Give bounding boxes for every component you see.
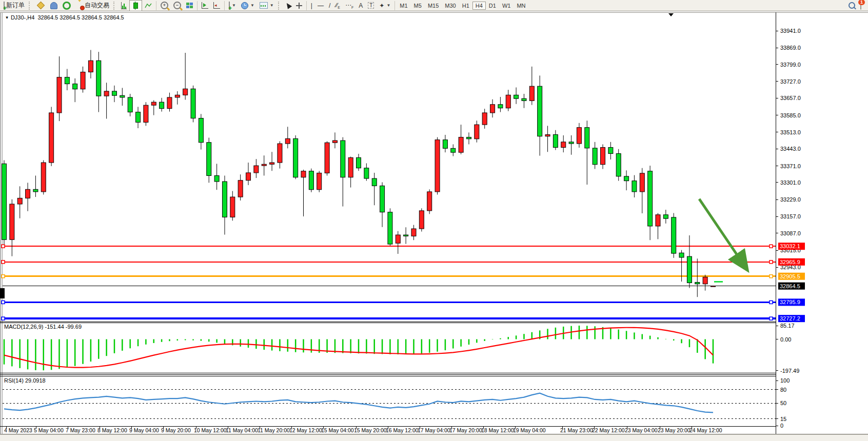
zoom-out-icon: − — [173, 2, 181, 9]
chart-shift-icon: ◂ — [213, 2, 220, 9]
timeframe-button-m15[interactable]: M15 — [425, 2, 442, 10]
timeframe-button-h4[interactable]: H4 — [472, 2, 486, 10]
horizontal-line-button[interactable]: — — [315, 0, 326, 11]
autotrade-label: 自动交易 — [85, 1, 109, 10]
current-bar-marker — [714, 281, 723, 283]
ticket-icon — [37, 2, 45, 10]
crosshair-button[interactable] — [293, 0, 305, 11]
bar-chart-button[interactable] — [119, 0, 129, 11]
window-bottom-strip — [0, 434, 868, 441]
trendline-button[interactable]: / — [326, 0, 333, 11]
svg-text:33869.0: 33869.0 — [780, 45, 801, 51]
arrows-icon: ✦ — [379, 2, 384, 9]
text-label-button[interactable]: T — [365, 0, 377, 11]
svg-text:0.00: 0.00 — [780, 336, 791, 343]
toolbar-grip — [113, 2, 117, 10]
svg-text:12 May 12:00: 12 May 12:00 — [289, 427, 322, 433]
svg-text:10 May 12:00: 10 May 12:00 — [194, 427, 227, 433]
chart-menu-triangle-icon[interactable]: ▼ — [5, 15, 9, 19]
toolbar: + 新订单 自动交易 + − ◂ +▼ ▼ ▼ — [0, 0, 868, 11]
svg-text:8 May 12:00: 8 May 12:00 — [97, 427, 127, 433]
template-icon — [260, 2, 268, 9]
zoom-in-button[interactable]: + — [158, 0, 171, 11]
timeframe-button-d1[interactable]: D1 — [486, 2, 499, 10]
chart-shift-button[interactable]: ◂ — [211, 0, 223, 11]
svg-text:33157.0: 33157.0 — [780, 213, 801, 219]
vertical-line-button[interactable]: | — [308, 0, 315, 11]
auto-scroll-button[interactable] — [199, 0, 211, 11]
svg-text:22 May 12:00: 22 May 12:00 — [592, 427, 625, 433]
signal-icon — [63, 2, 71, 10]
fibonacci-icon: ⋯F — [345, 2, 353, 9]
svg-text:33443.0: 33443.0 — [780, 146, 801, 152]
svg-text:33941.0: 33941.0 — [780, 28, 801, 34]
svg-text:33657.0: 33657.0 — [780, 95, 801, 101]
toolbar-separator — [197, 1, 198, 10]
zoom-out-button[interactable]: − — [171, 0, 184, 11]
svg-text:33087.0: 33087.0 — [780, 230, 801, 236]
toolbar-separator — [306, 1, 307, 10]
svg-text:21 May 23:00: 21 May 23:00 — [560, 427, 593, 433]
horizontal-line-icon: — — [318, 2, 324, 9]
profile-icon — [50, 2, 57, 9]
svg-text:33032.1: 33032.1 — [780, 243, 800, 249]
chart-canvas[interactable]: 33941.033869.033799.033727.033657.033585… — [0, 0, 868, 441]
svg-text:23 May 20:00: 23 May 20:00 — [658, 427, 691, 433]
channel-button[interactable]: ∕∕E — [333, 0, 343, 11]
svg-text:15: 15 — [780, 416, 786, 422]
svg-text:11 May 04:00: 11 May 04:00 — [226, 427, 258, 433]
svg-text:33585.0: 33585.0 — [780, 112, 801, 118]
svg-text:4 May 2023: 4 May 2023 — [4, 427, 32, 433]
templates-button[interactable]: ▼ — [257, 0, 277, 11]
svg-text:32905.5: 32905.5 — [780, 273, 800, 279]
timeframe-button-w1[interactable]: W1 — [499, 2, 514, 10]
rsi-indicator-label: RSI(14) 29.0918 — [4, 377, 46, 384]
toolbar-separator — [156, 1, 156, 10]
text-button[interactable]: A — [356, 0, 365, 11]
vertical-line-icon: | — [311, 2, 312, 9]
new-order-icon: + — [4, 2, 5, 9]
profile-button[interactable] — [48, 0, 60, 11]
toolbar-separator — [224, 1, 225, 10]
indicators-add-icon: + — [229, 2, 230, 9]
line-chart-icon — [145, 3, 152, 9]
autotrade-button[interactable]: 自动交易 — [73, 0, 112, 11]
timeframe-button-h1[interactable]: H1 — [459, 2, 472, 10]
auto-scroll-icon — [202, 2, 208, 9]
timeframe-button-m5[interactable]: M5 — [411, 2, 425, 10]
svg-text:23 May 04:00: 23 May 04:00 — [625, 427, 658, 433]
timeframe-button-m30[interactable]: M30 — [442, 2, 459, 10]
indicators-button[interactable]: +▼ — [226, 0, 239, 11]
ticket-button[interactable] — [34, 0, 48, 11]
signal-button[interactable] — [60, 0, 73, 11]
trading-terminal-window: + 新订单 自动交易 + − ◂ +▼ ▼ ▼ — [0, 0, 868, 441]
svg-text:18 May 12:00: 18 May 12:00 — [481, 427, 514, 433]
svg-text:85.17: 85.17 — [780, 323, 795, 329]
search-button[interactable] — [846, 0, 858, 11]
text-label-icon: T — [368, 2, 374, 9]
crosshair-icon — [296, 3, 302, 9]
cursor-icon — [285, 2, 292, 9]
search-icon — [849, 2, 855, 9]
text-icon: A — [359, 2, 363, 9]
line-chart-button[interactable] — [142, 0, 154, 11]
cursor-button[interactable] — [283, 0, 293, 11]
periods-button[interactable]: ▼ — [239, 0, 257, 11]
fibonacci-button[interactable]: ⋯F — [343, 0, 356, 11]
time-axis[interactable]: 4 May 20235 May 04:007 May 23:008 May 12… — [4, 426, 722, 433]
timeframe-button-m1[interactable]: M1 — [397, 2, 410, 10]
arrows-button[interactable]: ✦▼ — [377, 0, 393, 11]
new-order-button[interactable]: + 新订单 — [1, 0, 27, 11]
svg-text:15 May 20:00: 15 May 20:00 — [354, 427, 387, 433]
svg-text:15 May 04:00: 15 May 04:00 — [321, 427, 354, 433]
svg-text:33799.0: 33799.0 — [780, 62, 801, 68]
tile-windows-button[interactable] — [184, 0, 195, 11]
timeframe-button-mn[interactable]: MN — [514, 2, 528, 10]
zoom-in-icon: + — [161, 2, 168, 9]
timeframe-toolbar: M1M5M15M30H1H4D1W1MN — [397, 2, 528, 10]
toolbar-grip — [278, 2, 282, 10]
candlestick-chart-button[interactable] — [129, 0, 142, 11]
chat-button[interactable]: 1 — [858, 0, 864, 11]
svg-text:24 May 12:00: 24 May 12:00 — [689, 427, 722, 433]
svg-text:17 May 20:00: 17 May 20:00 — [449, 427, 482, 433]
